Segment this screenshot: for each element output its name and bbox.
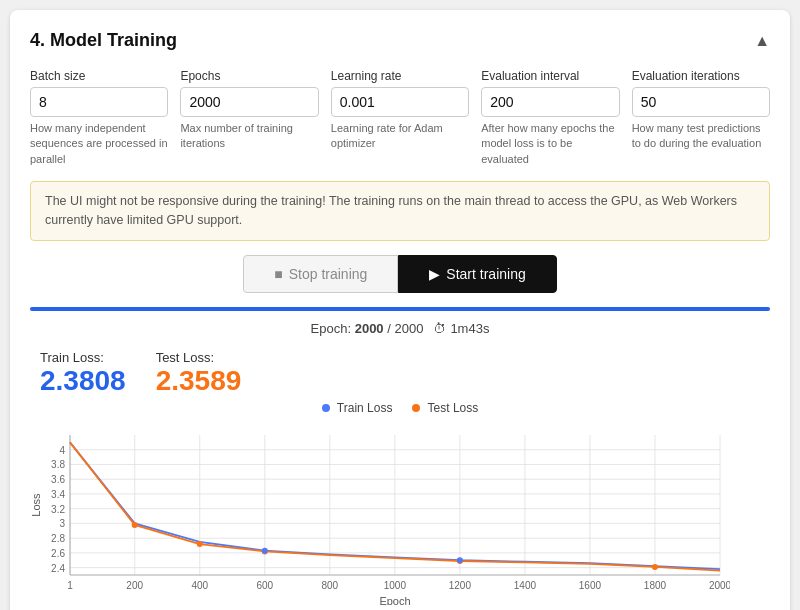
param-input[interactable] — [30, 87, 168, 117]
stop-icon: ■ — [274, 266, 282, 282]
param-label: Evaluation interval — [481, 69, 619, 83]
chart-area: 2.42.62.833.23.43.63.8412004006008001000… — [30, 425, 770, 610]
test-loss-legend: Test Loss — [412, 401, 478, 415]
svg-text:1800: 1800 — [644, 580, 667, 591]
param-label: Epochs — [180, 69, 318, 83]
param-col: Evaluation interval After how many epoch… — [481, 69, 619, 167]
svg-text:3: 3 — [59, 518, 65, 529]
card-title: 4. Model Training — [30, 30, 177, 51]
svg-text:3.8: 3.8 — [51, 459, 65, 470]
param-col: Epochs Max number of training iterations — [180, 69, 318, 167]
param-label: Learning rate — [331, 69, 469, 83]
loss-chart: 2.42.62.833.23.43.63.8412004006008001000… — [30, 425, 730, 605]
param-desc: Learning rate for Adam optimizer — [331, 121, 469, 152]
svg-text:1: 1 — [67, 580, 73, 591]
svg-text:200: 200 — [126, 580, 143, 591]
test-legend-dot — [412, 404, 420, 412]
svg-text:2000: 2000 — [709, 580, 730, 591]
param-desc: After how many epochs the model loss is … — [481, 121, 619, 167]
param-input[interactable] — [632, 87, 770, 117]
param-col: Batch size How many independent sequence… — [30, 69, 168, 167]
model-training-card: 4. Model Training ▲ Batch size How many … — [10, 10, 790, 610]
svg-text:1400: 1400 — [514, 580, 537, 591]
train-legend-dot — [322, 404, 330, 412]
params-row: Batch size How many independent sequence… — [30, 69, 770, 167]
svg-text:3.4: 3.4 — [51, 489, 65, 500]
param-desc: How many independent sequences are proce… — [30, 121, 168, 167]
svg-text:3.2: 3.2 — [51, 503, 65, 514]
param-input[interactable] — [331, 87, 469, 117]
svg-text:1600: 1600 — [579, 580, 602, 591]
button-row: ■ Stop training ▶ Start training — [30, 255, 770, 293]
param-label: Evaluation iterations — [632, 69, 770, 83]
svg-text:Loss: Loss — [30, 493, 42, 517]
svg-text:600: 600 — [256, 580, 273, 591]
loss-display: Train Loss: 2.3808 Test Loss: 2.3589 — [30, 350, 770, 397]
svg-text:Epoch: Epoch — [379, 595, 410, 605]
param-desc: How many test predictions to do during t… — [632, 121, 770, 152]
svg-text:2.8: 2.8 — [51, 533, 65, 544]
train-loss-legend: Train Loss — [322, 401, 393, 415]
svg-text:400: 400 — [191, 580, 208, 591]
train-loss-item: Train Loss: 2.3808 — [40, 350, 126, 397]
clock-icon: ⏱ 1m43s — [433, 321, 489, 336]
stop-training-button[interactable]: ■ Stop training — [243, 255, 398, 293]
svg-point-43 — [197, 541, 203, 547]
param-label: Batch size — [30, 69, 168, 83]
svg-text:2.4: 2.4 — [51, 562, 65, 573]
svg-point-47 — [262, 547, 268, 553]
svg-point-48 — [457, 557, 463, 563]
collapse-icon[interactable]: ▲ — [754, 32, 770, 50]
svg-text:800: 800 — [321, 580, 338, 591]
svg-text:1200: 1200 — [449, 580, 472, 591]
start-training-button[interactable]: ▶ Start training — [398, 255, 556, 293]
start-icon: ▶ — [429, 266, 440, 282]
param-input[interactable] — [180, 87, 318, 117]
svg-text:1000: 1000 — [384, 580, 407, 591]
epoch-info: Epoch: 2000 / 2000 ⏱ 1m43s — [30, 321, 770, 336]
svg-point-42 — [132, 522, 138, 528]
param-input[interactable] — [481, 87, 619, 117]
param-desc: Max number of training iterations — [180, 121, 318, 152]
warning-box: The UI might not be responsive during th… — [30, 181, 770, 241]
epoch-label: Epoch: 2000 / 2000 — [311, 321, 424, 336]
progress-bar-fill — [30, 307, 770, 311]
chart-legend: Train Loss Test Loss — [30, 401, 770, 415]
svg-text:3.6: 3.6 — [51, 474, 65, 485]
card-header: 4. Model Training ▲ — [30, 30, 770, 51]
test-loss-item: Test Loss: 2.3589 — [156, 350, 242, 397]
svg-text:4: 4 — [59, 444, 65, 455]
param-col: Evaluation iterations How many test pred… — [632, 69, 770, 167]
svg-text:2.6: 2.6 — [51, 548, 65, 559]
svg-point-46 — [652, 564, 658, 570]
progress-bar-container — [30, 307, 770, 311]
param-col: Learning rate Learning rate for Adam opt… — [331, 69, 469, 167]
